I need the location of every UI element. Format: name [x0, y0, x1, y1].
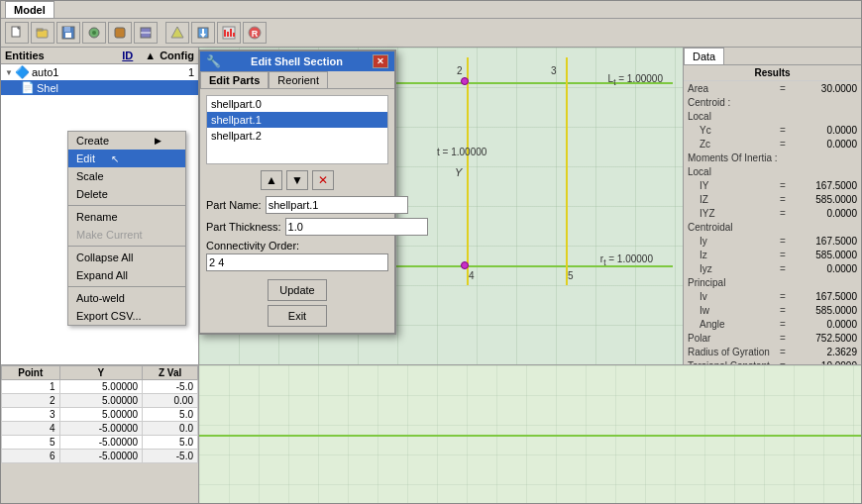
- data-row-iyz2: Iyz = 0.0000: [684, 261, 861, 275]
- update-button[interactable]: Update: [268, 279, 327, 301]
- toolbar-results-btn[interactable]: R: [243, 22, 267, 44]
- parts-list[interactable]: shellpart.0 shellpart.1 shellpart.2: [206, 95, 388, 164]
- toolbar-save-btn[interactable]: [56, 22, 80, 44]
- data-row-yc: Yc = 0.0000: [684, 123, 861, 137]
- iv-eq: =: [778, 291, 788, 302]
- menu-delete[interactable]: Delete: [68, 185, 185, 203]
- bottom-area: Point Y Z Val 1 5.00000 -5.0 2 5.00000 0…: [1, 364, 861, 503]
- data-row-local1: Local: [684, 109, 861, 123]
- right-panel: Data Results Area = 30.0000 Centroid : L…: [683, 48, 861, 364]
- col-z: Z Val: [143, 366, 198, 380]
- centroid-header-label: Centroid :: [688, 97, 857, 108]
- menu-create-arrow: ▶: [155, 136, 162, 146]
- iyz2-label: Iyz: [688, 263, 776, 274]
- results-header: Results: [684, 65, 861, 81]
- area-value: 30.0000: [790, 83, 857, 94]
- col-config-label: ▲: [145, 50, 156, 61]
- toolbar-mesh-btn[interactable]: [82, 22, 106, 44]
- tree-item-shell[interactable]: 📄 Shel: [1, 80, 198, 95]
- iy2-label: Iy: [688, 236, 776, 247]
- svg-rect-9: [115, 28, 125, 38]
- menu-auto-weld[interactable]: Auto-weld: [68, 289, 185, 307]
- delete-part-button[interactable]: ✕: [312, 170, 334, 190]
- cell-z: 5.0: [143, 408, 198, 422]
- app-window: Model R: [0, 0, 862, 504]
- right-panel-tabs: Data: [684, 48, 861, 65]
- toolbar: R: [1, 19, 861, 48]
- menu-expand-all[interactable]: Expand All: [68, 266, 185, 284]
- iz2-eq: =: [778, 250, 788, 260]
- context-menu: Create ▶ Edit ↖ Scale Delete Rename Make…: [67, 131, 186, 326]
- data-table: Area = 30.0000 Centroid : Local Yc = 0.0…: [684, 81, 861, 364]
- data-row-iz2: Iz = 585.0000: [684, 248, 861, 261]
- menu-create[interactable]: Create ▶: [68, 132, 185, 150]
- bottom-hline: [199, 435, 861, 437]
- area-eq: =: [778, 83, 788, 94]
- dialog-tab-reorient[interactable]: Reorient: [269, 71, 328, 88]
- iz-eq: =: [778, 194, 788, 205]
- zc-eq: =: [778, 139, 788, 150]
- iy-value: 167.5000: [790, 180, 857, 191]
- vp-t-label-bottom: rt = 1.00000: [600, 253, 653, 267]
- iz-value: 585.0000: [790, 194, 857, 205]
- tree-item-id: 1: [188, 66, 194, 78]
- toolbar-section-btn[interactable]: [134, 22, 158, 44]
- vp-t-label-mid: t = 1.00000: [437, 147, 486, 157]
- menu-make-current-label: Make Current: [76, 229, 143, 241]
- col-id-label: ID: [122, 50, 133, 61]
- menu-scale[interactable]: Scale: [68, 167, 185, 185]
- toolbar-bc-btn[interactable]: [165, 22, 189, 44]
- dialog-tab-edit-parts[interactable]: Edit Parts: [200, 71, 269, 88]
- dialog-close-button[interactable]: ✕: [373, 54, 388, 68]
- menu-rename[interactable]: Rename: [68, 208, 185, 226]
- dialog-title: Edit Shell Section: [251, 55, 343, 67]
- polar-label: Polar: [688, 333, 776, 344]
- angle-eq: =: [778, 319, 788, 330]
- iy-label: IY: [688, 180, 776, 191]
- part-name-input[interactable]: [266, 196, 408, 214]
- rog-value: 2.3629: [790, 347, 857, 357]
- data-row-angle: Angle = 0.0000: [684, 317, 861, 331]
- connectivity-label: Connectivity Order:: [206, 240, 388, 252]
- part-thickness-input[interactable]: [285, 218, 428, 236]
- cell-z: 0.0: [143, 422, 198, 436]
- part-item-0[interactable]: shellpart.0: [207, 96, 387, 112]
- edit-shell-dialog[interactable]: 🔧 Edit Shell Section ✕ Edit Parts Reorie…: [198, 50, 396, 335]
- tree-item-auto1[interactable]: ▼ 🔷 auto1 1: [1, 64, 198, 80]
- vp-t-label-top: Lt = 1.00000: [608, 73, 663, 87]
- rog-label: Radius of Gyration: [688, 347, 776, 357]
- toolbar-analyze-btn[interactable]: [217, 22, 241, 44]
- connectivity-input[interactable]: [206, 253, 388, 271]
- menu-scale-label: Scale: [76, 170, 104, 182]
- zc-label: Zc: [688, 139, 776, 150]
- data-tab[interactable]: Data: [684, 48, 724, 64]
- part-item-2[interactable]: shellpart.2: [207, 128, 387, 144]
- move-down-button[interactable]: ▼: [286, 170, 308, 190]
- menu-edit-label: Edit: [76, 152, 95, 164]
- parts-actions: ▲ ▼ ✕: [206, 170, 388, 190]
- toolbar-new-btn[interactable]: [5, 22, 29, 44]
- cell-y: 5.00000: [59, 408, 143, 422]
- menu-edit[interactable]: Edit ↖: [68, 150, 185, 167]
- table-row: 1 5.00000 -5.0: [2, 380, 198, 394]
- toolbar-material-btn[interactable]: [108, 22, 132, 44]
- principal-label: Principal: [688, 277, 857, 288]
- svg-marker-12: [171, 27, 183, 38]
- cell-z: -5.0: [143, 450, 198, 463]
- move-up-button[interactable]: ▲: [261, 170, 282, 190]
- vp-vline-3: [566, 57, 568, 285]
- col-config-text: Config: [160, 50, 194, 61]
- menu-collapse-all[interactable]: Collapse All: [68, 249, 185, 266]
- menu-export-csv[interactable]: Export CSV...: [68, 307, 185, 325]
- dialog-content: shellpart.0 shellpart.1 shellpart.2 ▲ ▼ …: [200, 89, 394, 333]
- toolbar-open-btn[interactable]: [31, 22, 54, 44]
- data-row-rog: Radius of Gyration = 2.3629: [684, 345, 861, 358]
- toolbar-load-btn[interactable]: [191, 22, 215, 44]
- vp-node-top: [461, 77, 469, 85]
- part-item-1[interactable]: shellpart.1: [207, 112, 387, 128]
- main-area: Entities ID ▲ Config ▼ 🔷 auto1 1 📄 Shel: [1, 48, 861, 364]
- tree-shell-label: Shel: [37, 82, 58, 94]
- exit-button[interactable]: Exit: [268, 305, 327, 327]
- cell-point: 5: [2, 436, 60, 450]
- model-tab[interactable]: Model: [5, 1, 54, 18]
